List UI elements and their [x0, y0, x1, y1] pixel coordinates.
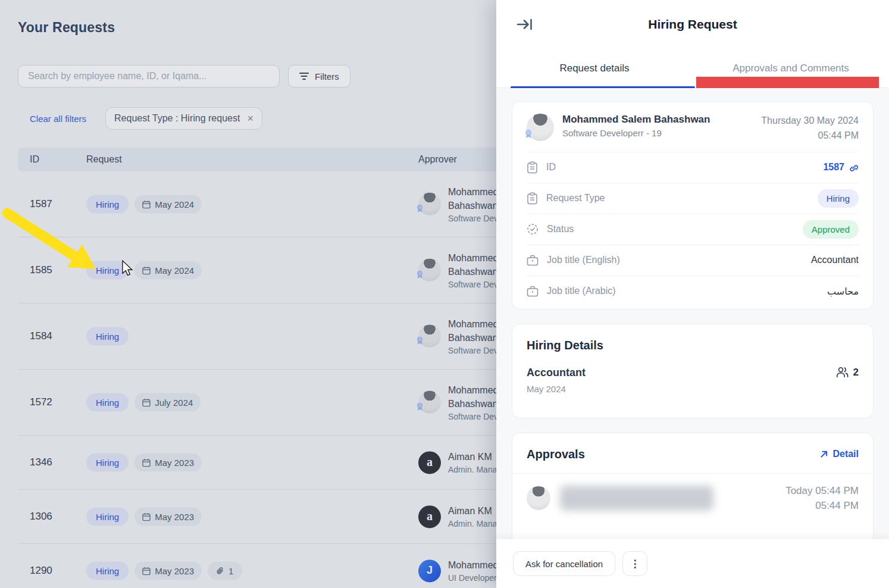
hiring-type-badge[interactable]: Hiring	[86, 261, 129, 280]
calendar-icon	[142, 200, 151, 208]
ribbon-badge-icon	[417, 271, 423, 282]
approver-avatar: a	[418, 451, 441, 474]
people-icon	[836, 367, 849, 378]
calendar-icon	[142, 458, 151, 467]
approver-avatar: J	[418, 559, 441, 582]
ribbon-badge-icon	[417, 205, 423, 215]
field-row-request-type: Request Type Hiring	[527, 183, 859, 214]
id-value-link[interactable]: 1587	[823, 162, 859, 173]
requester-name: Mohammed Salem Bahashwan	[562, 114, 710, 126]
hiring-type-badge[interactable]: Hiring	[86, 562, 129, 580]
search-input[interactable]	[18, 65, 280, 87]
ribbon-badge-icon	[417, 337, 423, 348]
date-chip-label: July 2024	[155, 398, 193, 408]
hiring-type-badge[interactable]: Hiring	[86, 393, 129, 412]
date-chip-label: May 2024	[155, 199, 194, 209]
request-badges: Hiring	[86, 327, 129, 346]
position-date: May 2024	[527, 384, 586, 394]
request-type-filter-chip[interactable]: Request Type : Hiring request ×	[105, 107, 262, 130]
drawer-title: Hiring Request	[496, 17, 889, 32]
status-clock-icon	[527, 223, 539, 235]
job-title-ar-value: محاسب	[827, 286, 859, 297]
filters-button[interactable]: Filters	[288, 65, 350, 87]
approval-row: Today 05:44 PM 05:44 PM	[527, 474, 859, 523]
calendar-icon	[142, 567, 151, 575]
filter-chip-label: Request Type : Hiring request	[114, 113, 240, 124]
collapse-drawer-icon[interactable]	[517, 17, 533, 32]
approvals-card: Approvals Detail Today 05:44 PM 05:44 PM	[512, 433, 874, 552]
request-id: 1587	[30, 198, 52, 210]
hiring-details-card: Hiring Details Accountant May 2024 2	[512, 324, 874, 418]
header-approver: Approver	[418, 154, 457, 165]
field-row-status: Status Approved	[527, 214, 859, 245]
requester-avatar	[527, 114, 554, 141]
calendar-icon	[142, 398, 151, 406]
ribbon-badge-icon	[417, 403, 423, 414]
request-type-badge: Hiring	[818, 189, 859, 208]
hiring-request-drawer: Hiring Request Request details Approvals…	[496, 0, 889, 588]
request-details-card: Mohammed Salem Bahashwan Software Develo…	[512, 101, 874, 309]
approver-avatar	[418, 391, 441, 414]
request-type-label: Request Type	[546, 193, 605, 204]
active-filters-row: Clear all filters Request Type : Hiring …	[30, 107, 262, 130]
external-arrow-icon	[820, 450, 828, 458]
requester-row: Mohammed Salem Bahashwan Software Develo…	[527, 114, 859, 143]
approvals-detail-link[interactable]: Detail	[820, 449, 859, 459]
hiring-type-badge[interactable]: Hiring	[86, 195, 129, 214]
field-row-id: ID 1587	[527, 152, 859, 183]
hiring-type-badge[interactable]: Hiring	[86, 453, 129, 472]
hiring-type-badge[interactable]: Hiring	[86, 327, 129, 346]
calendar-icon	[142, 266, 151, 274]
request-badges: Hiring May 2024	[86, 261, 202, 280]
hiring-details-row: Accountant May 2024 2	[527, 367, 859, 394]
request-id: 1584	[30, 330, 52, 342]
request-time: 05:44 PM	[761, 129, 859, 143]
calendar-icon	[142, 512, 151, 521]
clear-all-filters-link[interactable]: Clear all filters	[30, 114, 86, 124]
approvals-header: Approvals Detail	[527, 448, 859, 461]
hiring-type-badge[interactable]: Hiring	[86, 508, 129, 526]
status-label: Status	[547, 224, 574, 234]
ribbon-badge-icon	[525, 130, 532, 141]
approver-avatar: a	[418, 505, 441, 528]
approval-time: Today 05:44 PM 05:44 PM	[785, 483, 859, 514]
approver-avatar	[418, 325, 441, 348]
ask-for-cancellation-button[interactable]: Ask for cancellation	[513, 551, 615, 576]
date-chip: May 2023	[134, 562, 202, 580]
header-id: ID	[30, 154, 39, 165]
attachment-chip: 1	[208, 562, 242, 580]
link-icon	[849, 162, 859, 173]
request-id: 1306	[30, 511, 52, 523]
close-icon[interactable]: ×	[247, 113, 253, 124]
approver-avatar	[418, 193, 441, 215]
request-id: 1585	[30, 264, 52, 276]
job-title-en-value: Accountant	[811, 255, 859, 265]
date-chip-label: May 2023	[155, 566, 194, 576]
job-title-ar-label: Job title (Arabic)	[547, 286, 616, 296]
drawer-footer: Ask for cancellation ⋮	[496, 539, 889, 588]
tab-request-details[interactable]: Request details	[496, 49, 693, 87]
attachment-count: 1	[228, 566, 233, 576]
job-title-en-label: Job title (English)	[547, 255, 620, 265]
paperclip-icon	[217, 567, 224, 575]
request-id: 1290	[30, 565, 52, 577]
date-chip-label: May 2023	[155, 512, 194, 522]
header-request: Request	[86, 154, 122, 165]
date-chip: May 2023	[134, 508, 202, 526]
id-label: ID	[546, 162, 556, 173]
headcount: 2	[836, 367, 859, 379]
filters-button-label: Filters	[315, 71, 339, 82]
headcount-value: 2	[853, 367, 859, 379]
approver-avatar	[418, 259, 441, 282]
drawer-header: Hiring Request	[496, 0, 889, 49]
request-badges: Hiring May 2023	[86, 453, 202, 472]
drawer-tabs: Request details Approvals and Comments	[496, 49, 889, 88]
approvals-title: Approvals	[527, 448, 585, 461]
kebab-menu-button[interactable]: ⋮	[622, 551, 647, 576]
id-value: 1587	[823, 162, 844, 173]
clipboard-icon	[527, 192, 538, 205]
search-row: Filters	[18, 65, 350, 87]
red-annotation-bar	[696, 77, 879, 88]
position-block: Accountant May 2024	[527, 367, 586, 394]
status-badge: Approved	[803, 220, 859, 239]
